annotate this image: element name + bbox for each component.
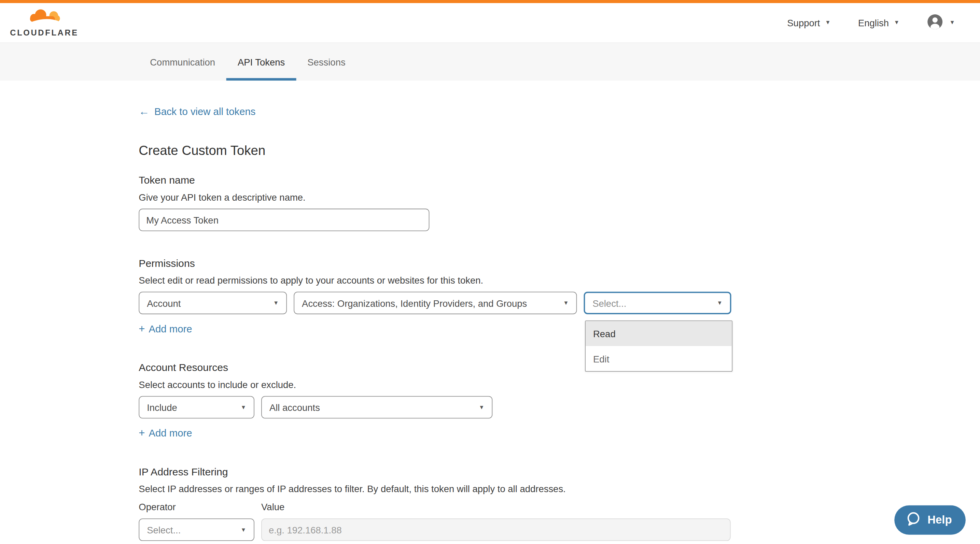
account-resources-row: Include ▼ All accounts ▼ — [138, 396, 980, 419]
token-name-description: Give your API token a descriptive name. — [138, 192, 980, 202]
chevron-down-icon: ▼ — [273, 300, 278, 305]
ip-value-input — [261, 519, 731, 541]
support-menu[interactable]: Support ▼ — [787, 17, 830, 28]
permissions-description: Select edit or read permissions to apply… — [138, 275, 980, 285]
plus-icon: + — [138, 427, 145, 440]
chevron-down-icon: ▼ — [717, 300, 722, 305]
token-name-input[interactable] — [138, 209, 429, 231]
ip-filtering-heading: IP Address Filtering — [138, 466, 980, 478]
language-menu[interactable]: English ▼ — [858, 17, 899, 28]
permission-resource-value: Access: Organizations, Identity Provider… — [302, 298, 527, 308]
permission-scope-value: Select... — [592, 298, 626, 308]
add-more-label: Add more — [149, 324, 192, 335]
plus-icon: + — [138, 323, 145, 335]
avatar-icon — [927, 13, 943, 32]
permissions-section: Permissions Select edit or read permissi… — [138, 257, 980, 335]
cloudflare-logo[interactable]: CLOUDFLARE — [10, 8, 78, 38]
account-resources-heading: Account Resources — [138, 362, 980, 374]
top-accent-bar — [0, 0, 980, 3]
ip-operator-select[interactable]: Select... ▼ — [138, 519, 255, 541]
permissions-row: Account ▼ Access: Organizations, Identit… — [138, 292, 980, 314]
permission-scope-dropdown: Read Edit — [585, 320, 732, 372]
cloudflare-cloud-icon — [25, 8, 63, 28]
permissions-heading: Permissions — [138, 257, 980, 269]
ip-filtering-row: Select... ▼ — [138, 519, 980, 541]
resource-accounts-value: All accounts — [269, 402, 320, 412]
page: CLOUDFLARE Support ▼ English ▼ — [0, 0, 980, 544]
help-button-label: Help — [928, 514, 952, 527]
tab-bar: Communication API Tokens Sessions — [0, 43, 980, 81]
dropdown-option-edit[interactable]: Edit — [585, 346, 732, 371]
chevron-down-icon: ▼ — [949, 20, 955, 25]
permission-category-select[interactable]: Account ▼ — [138, 292, 287, 314]
help-button[interactable]: Help — [894, 506, 966, 535]
token-name-heading: Token name — [138, 174, 980, 186]
ip-filtering-description: Select IP addresses or ranges of IP addr… — [138, 484, 980, 494]
tab-sessions[interactable]: Sessions — [296, 43, 356, 81]
ip-filtering-labels: Operator Value — [138, 502, 980, 512]
account-resources-add-more-link[interactable]: + Add more — [138, 427, 192, 440]
back-arrow-icon: ← — [138, 105, 149, 118]
account-menu[interactable]: ▼ — [927, 13, 955, 32]
page-title: Create Custom Token — [138, 143, 980, 158]
language-label: English — [858, 17, 889, 28]
resource-accounts-select[interactable]: All accounts ▼ — [261, 396, 492, 419]
main-content: ← Back to view all tokens Create Custom … — [0, 81, 980, 541]
account-resources-description: Select accounts to include or exclude. — [138, 379, 980, 390]
cloudflare-wordmark: CLOUDFLARE — [10, 28, 78, 37]
chevron-down-icon: ▼ — [825, 20, 830, 25]
permission-category-value: Account — [147, 298, 181, 308]
resource-mode-value: Include — [147, 402, 177, 412]
resource-mode-select[interactable]: Include ▼ — [138, 396, 255, 419]
chevron-down-icon: ▼ — [563, 300, 568, 305]
back-to-tokens-link[interactable]: ← Back to view all tokens — [138, 105, 255, 118]
ip-filtering-section: IP Address Filtering Select IP addresses… — [138, 466, 980, 541]
permission-scope-select[interactable]: Select... ▼ — [584, 292, 732, 314]
chevron-down-icon: ▼ — [241, 527, 246, 532]
header-nav: Support ▼ English ▼ — [787, 13, 955, 32]
dropdown-option-read[interactable]: Read — [585, 321, 732, 346]
tab-api-tokens[interactable]: API Tokens — [226, 43, 296, 81]
chevron-down-icon: ▼ — [894, 20, 899, 25]
account-resources-section: Account Resources Select accounts to inc… — [138, 362, 980, 440]
operator-label: Operator — [138, 502, 261, 512]
ip-operator-value: Select... — [147, 525, 181, 535]
token-name-section: Token name Give your API token a descrip… — [138, 174, 980, 232]
chevron-down-icon: ▼ — [479, 404, 484, 410]
tab-communication[interactable]: Communication — [138, 43, 226, 81]
chevron-down-icon: ▼ — [241, 404, 246, 410]
header: CLOUDFLARE Support ▼ English ▼ — [0, 3, 980, 43]
value-label: Value — [261, 502, 285, 512]
add-more-label: Add more — [149, 428, 192, 439]
support-label: Support — [787, 17, 820, 28]
permission-resource-select[interactable]: Access: Organizations, Identity Provider… — [294, 292, 577, 314]
permissions-add-more-link[interactable]: + Add more — [138, 323, 192, 335]
chat-bubble-icon — [905, 511, 921, 529]
back-link-label: Back to view all tokens — [154, 106, 255, 117]
